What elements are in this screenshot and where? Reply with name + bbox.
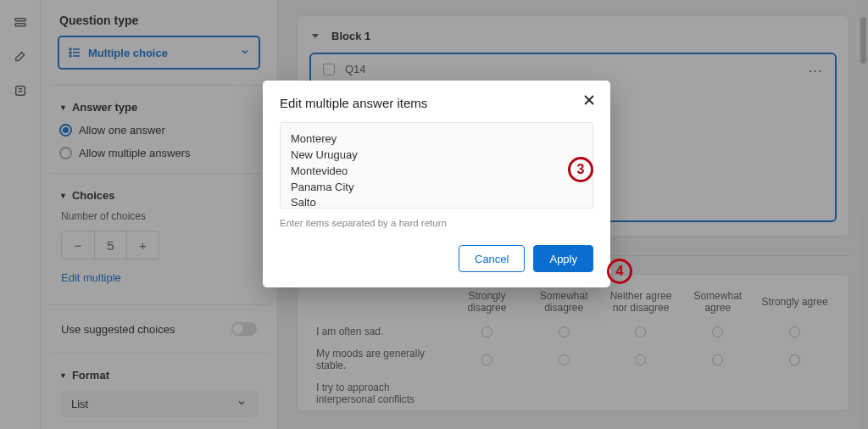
items-textarea[interactable] — [280, 122, 593, 209]
callout-3: 3 — [568, 157, 593, 182]
close-icon[interactable] — [583, 94, 595, 109]
modal-title: Edit multiple answer items — [280, 96, 593, 110]
apply-button[interactable]: Apply — [533, 245, 593, 272]
callout-4: 4 — [607, 259, 632, 284]
edit-multiple-modal: Edit multiple answer items Enter items s… — [263, 81, 610, 287]
cancel-button[interactable]: Cancel — [459, 245, 525, 272]
modal-hint: Enter items separated by a hard return — [280, 211, 593, 240]
